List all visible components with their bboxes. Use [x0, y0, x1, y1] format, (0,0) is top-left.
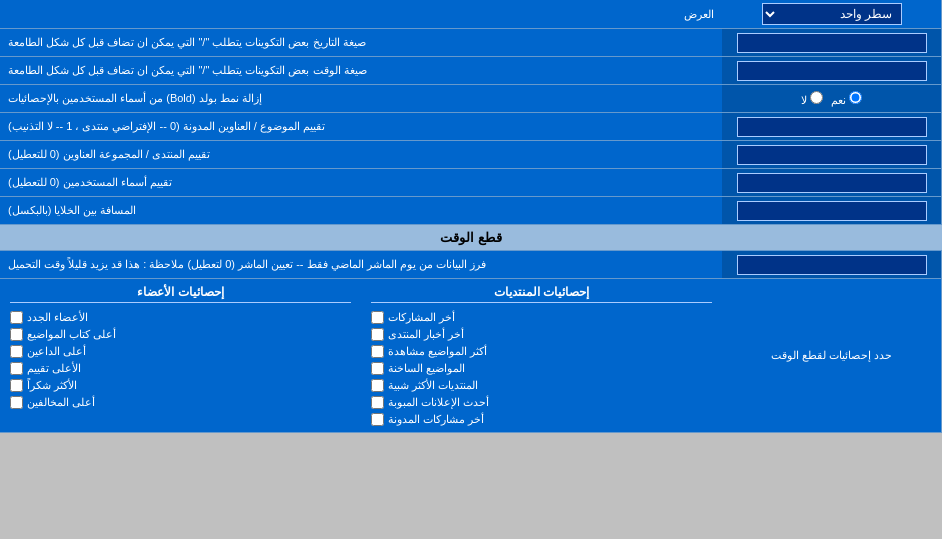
col2-members: إحصائيات الأعضاء الأعضاء الجدد أعلى كتاب…: [10, 285, 351, 426]
cb-label-col1-5: أحدث الإعلانات المبوبة: [388, 396, 489, 409]
date-format-label: صيغة التاريخ بعض التكوينات يتطلب "/" الت…: [0, 29, 722, 56]
cb-item-col1-1: أخر أخبار المنتدى: [371, 328, 712, 341]
user-names-label: تقييم أسماء المستخدمين (0 للتعطيل): [0, 169, 722, 196]
topic-address-row: 33 تقييم الموضوع / العناوين المدونة (0 -…: [0, 113, 942, 141]
cb-item-col2-3: الأعلى تقييم: [10, 362, 351, 375]
cb-item-col2-0: الأعضاء الجدد: [10, 311, 351, 324]
date-format-row: d-m صيغة التاريخ بعض التكوينات يتطلب "/"…: [0, 29, 942, 57]
cb-col1-1[interactable]: [371, 328, 384, 341]
cell-spacing-row: 2 المسافة بين الخلايا (بالبكسل): [0, 197, 942, 225]
user-names-input-container: 0: [722, 169, 942, 196]
cb-col1-4[interactable]: [371, 379, 384, 392]
bold-no-radio[interactable]: [810, 91, 823, 104]
date-format-input[interactable]: d-m: [737, 33, 927, 53]
cb-label-col1-3: المواضيع الساخنة: [388, 362, 465, 375]
cb-label-col2-5: أعلى المخالفين: [27, 396, 95, 409]
cb-label-col1-1: أخر أخبار المنتدى: [388, 328, 464, 341]
cb-label-col2-0: الأعضاء الجدد: [27, 311, 88, 324]
cb-label-col1-6: أخر مشاركات المدونة: [388, 413, 484, 426]
cb-col2-2[interactable]: [10, 345, 23, 358]
forum-address-input-container: 33: [722, 141, 942, 168]
cb-item-col1-0: أخر المشاركات: [371, 311, 712, 324]
cb-item-col2-5: أعلى المخالفين: [10, 396, 351, 409]
cb-col2-0[interactable]: [10, 311, 23, 324]
top-row: سطر واحد سطرين ثلاثة أسطر العرض: [0, 0, 942, 29]
cb-label-col2-4: الأكثر شكراً: [27, 379, 77, 392]
bold-yes-label: نعم: [831, 91, 862, 107]
user-names-input[interactable]: 0: [737, 173, 927, 193]
checkboxes-section: حدد إحصائيات لقطع الوقت إحصائيات المنتدي…: [0, 279, 942, 433]
checkboxes-columns: إحصائيات المنتديات أخر المشاركات أخر أخب…: [0, 279, 722, 432]
cell-spacing-input-container: 2: [722, 197, 942, 224]
time-format-input-container: H:i: [722, 57, 942, 84]
cb-label-col1-0: أخر المشاركات: [388, 311, 455, 324]
cb-col1-5[interactable]: [371, 396, 384, 409]
col1-header: إحصائيات المنتديات: [371, 285, 712, 303]
time-cut-input[interactable]: 0: [737, 255, 927, 275]
time-format-input[interactable]: H:i: [737, 61, 927, 81]
display-select-container: سطر واحد سطرين ثلاثة أسطر: [722, 0, 942, 28]
forum-address-row: 33 تقييم المنتدى / المجموعة العناوين (0 …: [0, 141, 942, 169]
cb-item-col2-1: أعلى كتاب المواضيع: [10, 328, 351, 341]
topic-address-input-container: 33: [722, 113, 942, 140]
forum-address-input[interactable]: 33: [737, 145, 927, 165]
cb-label-col2-3: الأعلى تقييم: [27, 362, 81, 375]
bold-stats-radio-container: نعم لا: [722, 85, 942, 112]
topic-address-label: تقييم الموضوع / العناوين المدونة (0 -- ا…: [0, 113, 722, 140]
cb-label-col1-4: المنتديات الأكثر شبية: [388, 379, 478, 392]
time-cut-row: 0 فرز البيانات من يوم الماشر الماضي فقط …: [0, 251, 942, 279]
cb-col2-4[interactable]: [10, 379, 23, 392]
cb-col2-5[interactable]: [10, 396, 23, 409]
display-label: العرض: [0, 4, 722, 25]
bold-stats-row: نعم لا إزالة نمط بولد (Bold) من أسماء ال…: [0, 85, 942, 113]
col2-header: إحصائيات الأعضاء: [10, 285, 351, 303]
time-format-label: صيغة الوقت بعض التكوينات يتطلب "/" التي …: [0, 57, 722, 84]
cb-label-col1-2: أكثر المواضيع مشاهدة: [388, 345, 487, 358]
cb-label-col2-1: أعلى كتاب المواضيع: [27, 328, 116, 341]
cb-item-col2-4: الأكثر شكراً: [10, 379, 351, 392]
cb-col1-6[interactable]: [371, 413, 384, 426]
cb-item-col2-2: أعلى الداعين: [10, 345, 351, 358]
col1-forums: إحصائيات المنتديات أخر المشاركات أخر أخب…: [371, 285, 712, 426]
time-cut-header: قطع الوقت: [0, 225, 942, 251]
forum-address-label: تقييم المنتدى / المجموعة العناوين (0 للت…: [0, 141, 722, 168]
cell-spacing-label: المسافة بين الخلايا (بالبكسل): [0, 197, 722, 224]
bold-yes-radio[interactable]: [849, 91, 862, 104]
cb-item-col1-3: المواضيع الساخنة: [371, 362, 712, 375]
time-cut-input-container: 0: [722, 251, 942, 278]
cb-label-col2-2: أعلى الداعين: [27, 345, 86, 358]
cb-item-col1-5: أحدث الإعلانات المبوبة: [371, 396, 712, 409]
cb-item-col1-2: أكثر المواضيع مشاهدة: [371, 345, 712, 358]
checkboxes-section-label: حدد إحصائيات لقطع الوقت: [722, 279, 942, 432]
bold-stats-label: إزالة نمط بولد (Bold) من أسماء المستخدمي…: [0, 85, 722, 112]
topic-address-input[interactable]: 33: [737, 117, 927, 137]
display-select[interactable]: سطر واحد سطرين ثلاثة أسطر: [762, 3, 902, 25]
time-cut-label: فرز البيانات من يوم الماشر الماضي فقط --…: [0, 251, 722, 278]
cell-spacing-input[interactable]: 2: [737, 201, 927, 221]
cb-col1-0[interactable]: [371, 311, 384, 324]
cb-item-col1-4: المنتديات الأكثر شبية: [371, 379, 712, 392]
user-names-row: 0 تقييم أسماء المستخدمين (0 للتعطيل): [0, 169, 942, 197]
cb-col1-2[interactable]: [371, 345, 384, 358]
cb-col2-1[interactable]: [10, 328, 23, 341]
time-format-row: H:i صيغة الوقت بعض التكوينات يتطلب "/" ا…: [0, 57, 942, 85]
bold-no-label: لا: [801, 91, 823, 107]
cb-item-col1-6: أخر مشاركات المدونة: [371, 413, 712, 426]
cb-col2-3[interactable]: [10, 362, 23, 375]
cb-col1-3[interactable]: [371, 362, 384, 375]
date-format-input-container: d-m: [722, 29, 942, 56]
